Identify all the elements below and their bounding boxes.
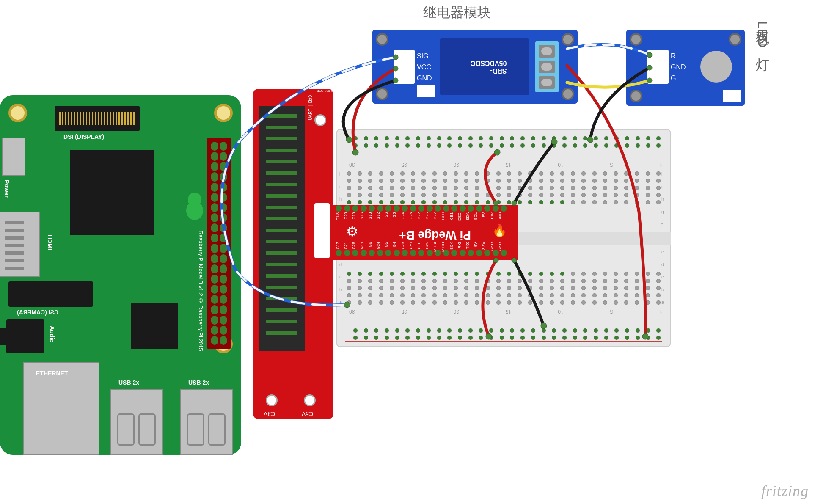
dsi-connector-icon	[55, 106, 140, 131]
uart-pins-label: BLK GND CTS VCC TXO RXI DTR	[317, 89, 369, 93]
usb-label: USB 2x	[118, 379, 139, 386]
sig-label: SIG	[417, 51, 432, 62]
screw-icon	[539, 45, 555, 58]
mounting-hole-icon	[376, 88, 388, 100]
pin-header-icon	[394, 50, 415, 84]
led-bulb-icon	[700, 51, 732, 83]
ethernet-label: ETHERNET	[36, 370, 68, 377]
cobbler-title: Pi Wedge B+	[372, 229, 498, 242]
usb-label: USB 2x	[188, 379, 209, 386]
raspberry-logo-icon	[184, 193, 205, 222]
c3v-label: C3V	[264, 410, 275, 417]
uart-label: UART- |H3#0	[308, 95, 313, 120]
cpu-chip-icon	[70, 150, 154, 235]
pi-model-text: Raspberry Pi Model B v1.2 © Raspberry Pi…	[198, 231, 204, 351]
mounting-hole-icon	[562, 33, 574, 46]
mounting-hole-icon	[729, 33, 741, 46]
mounting-hole-icon	[214, 104, 233, 122]
gnd-label: GND	[417, 73, 432, 84]
led-module: R GND G	[626, 30, 745, 106]
gear-icon: ⚙	[346, 223, 363, 240]
audio-jack-icon	[6, 319, 44, 353]
watermark: fritzing	[761, 482, 809, 500]
vcc-label: VCC	[417, 62, 432, 73]
mounting-hole-icon	[8, 104, 27, 122]
relay-pin-labels: SIG VCC GND	[417, 51, 432, 84]
micro-usb-power-icon	[2, 138, 25, 176]
diagram-canvas: DSI (DISPLAY) CSI (CAMERA) Power HDMI Au…	[0, 0, 815, 504]
power-label: Power	[3, 180, 10, 198]
r-label: R	[671, 51, 686, 62]
mounting-hole-icon	[630, 33, 642, 46]
screw-terminal-icon	[535, 41, 559, 92]
hdmi-label: HDMI	[47, 235, 53, 250]
raspberry-pi-board: DSI (DISPLAY) CSI (CAMERA) Power HDMI Au…	[0, 95, 241, 455]
csi-label: CSI (CAMERA)	[17, 309, 58, 316]
mounting-hole-icon	[376, 33, 388, 46]
gnd-label: GND	[671, 62, 686, 73]
mounting-hole-icon	[314, 114, 326, 126]
g-label: G	[671, 73, 686, 84]
relay-module: SRD-05VDCSDC SIG VCC GND	[372, 30, 578, 104]
led-module-label: 双色LED灯	[753, 21, 772, 47]
usb-port-icon	[180, 389, 233, 455]
screw-icon	[539, 61, 555, 73]
ribbon-connector-icon	[259, 106, 305, 351]
screw-icon	[539, 76, 555, 89]
mounting-hole-icon	[562, 88, 574, 100]
mounting-hole-icon	[630, 90, 642, 102]
brand-badge	[417, 85, 435, 97]
barrel-jack-icon	[304, 394, 316, 406]
gpio-header-icon	[207, 138, 231, 349]
led-pin-labels: R GND G	[671, 51, 686, 84]
usb-port-icon	[110, 389, 163, 455]
hdmi-port-icon	[0, 212, 40, 277]
pi-wedge-cobbler: ⚙ 🔥 Pi Wedge B+ G1/8G20G19G16G13G12G6G5G…	[253, 89, 518, 419]
chip-icon	[131, 303, 178, 349]
dsi-label: DSI (DISPLAY)	[63, 133, 104, 140]
relay-chip-text: SRD-05VDCSDC	[463, 59, 507, 74]
relay-block-icon: SRD-05VDCSDC	[440, 38, 529, 95]
relay-module-label: 继电器模块	[423, 3, 491, 22]
pin-header-icon	[647, 50, 669, 84]
audio-label: Audio	[49, 326, 55, 343]
barrel-jack-icon	[266, 394, 278, 406]
csi-connector-icon	[8, 281, 93, 307]
brand-badge	[314, 203, 330, 258]
brand-badge	[723, 90, 741, 102]
c5v-label: C5V	[302, 410, 313, 417]
